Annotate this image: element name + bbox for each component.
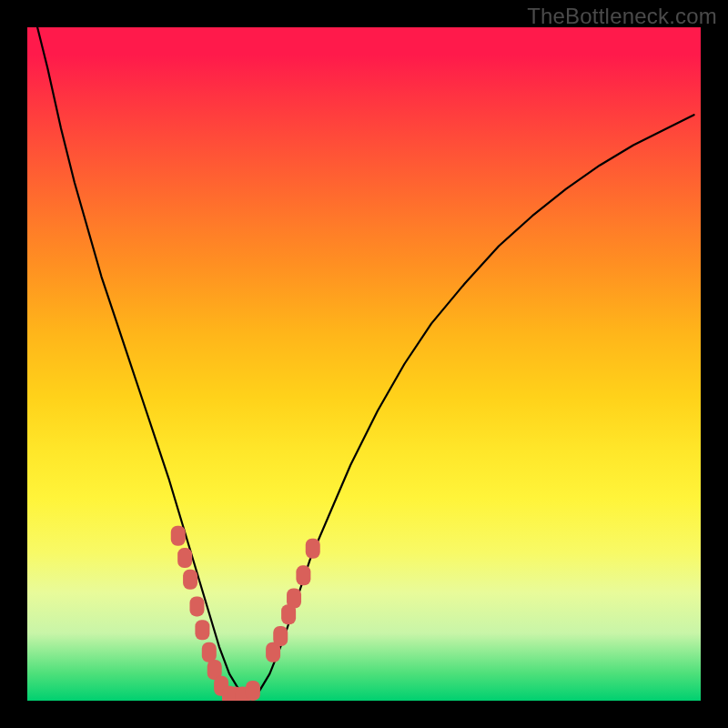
highlight-marker — [273, 626, 288, 646]
highlight-marker — [183, 570, 197, 590]
chart-svg — [27, 27, 701, 701]
bottleneck-curve — [37, 27, 694, 697]
highlight-marker — [171, 526, 186, 546]
highlight-marker — [287, 589, 301, 609]
highlight-marker — [202, 642, 217, 662]
highlight-marker — [177, 548, 192, 568]
highlight-markers — [171, 526, 320, 701]
plot-area — [27, 27, 701, 701]
highlight-marker — [296, 565, 310, 585]
watermark-text: TheBottleneck.com — [527, 4, 717, 29]
highlight-marker — [195, 620, 209, 640]
chart-frame: TheBottleneck.com — [0, 0, 728, 728]
highlight-marker — [189, 596, 204, 616]
highlight-marker — [246, 681, 260, 701]
highlight-marker — [306, 539, 320, 559]
